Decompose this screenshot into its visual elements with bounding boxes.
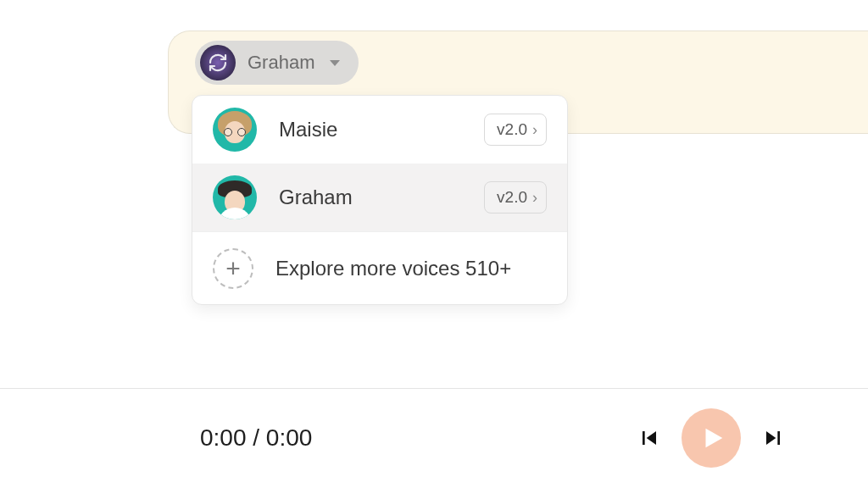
refresh-icon <box>208 53 228 73</box>
voice-version-label: v2.0 <box>497 120 527 139</box>
voice-selector-pill[interactable]: Graham <box>195 41 359 85</box>
voice-version-label: v2.0 <box>497 188 527 207</box>
play-button[interactable] <box>682 408 741 468</box>
voice-option-label: Graham <box>279 186 462 209</box>
voice-avatar <box>200 45 236 80</box>
voice-option-maisie[interactable]: Maisie v2.0 › <box>192 96 567 164</box>
previous-button[interactable] <box>632 421 666 455</box>
voice-dropdown: Maisie v2.0 › Graham v2.0 › + Explore mo… <box>192 95 568 305</box>
voice-option-graham[interactable]: Graham v2.0 › <box>192 164 567 231</box>
selected-voice-name: Graham <box>248 52 314 74</box>
plus-icon: + <box>213 248 253 289</box>
voice-option-label: Maisie <box>279 118 462 141</box>
chevron-right-icon: › <box>532 122 537 137</box>
next-button[interactable] <box>756 421 790 455</box>
voice-version-chip[interactable]: v2.0 › <box>484 114 547 146</box>
explore-more-label: Explore more voices 510+ <box>275 257 511 280</box>
voice-version-chip[interactable]: v2.0 › <box>484 181 547 214</box>
playback-time: 0:00 / 0:00 <box>200 424 632 452</box>
chevron-right-icon: › <box>532 190 537 205</box>
audio-player-bar: 0:00 / 0:00 <box>0 388 868 488</box>
play-icon <box>698 424 727 452</box>
avatar-maisie <box>213 108 257 152</box>
skip-previous-icon <box>636 424 663 452</box>
skip-next-icon <box>760 424 787 452</box>
avatar-graham <box>213 175 257 219</box>
explore-more-voices[interactable]: + Explore more voices 510+ <box>192 231 567 304</box>
player-controls <box>632 408 790 468</box>
chevron-down-icon <box>330 60 340 66</box>
